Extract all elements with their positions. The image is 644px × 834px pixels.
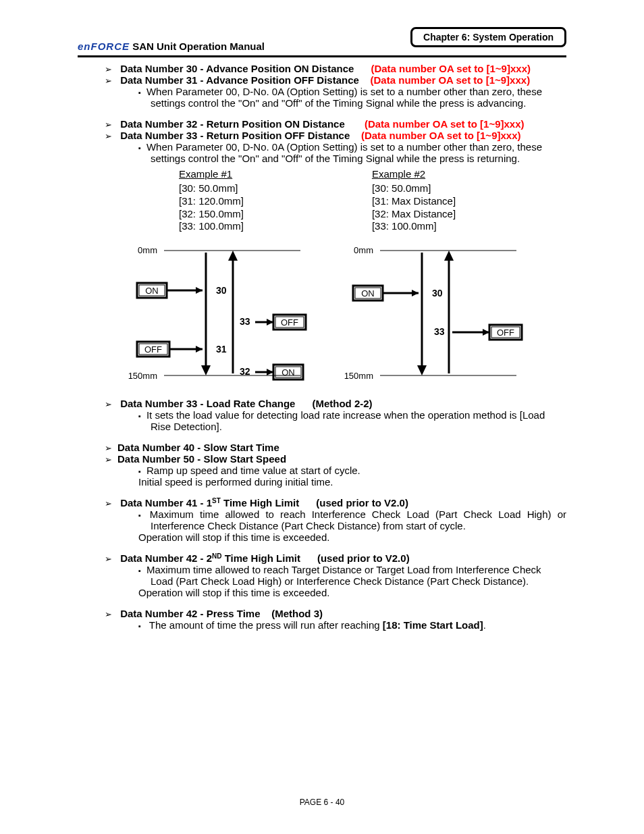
examples: Example #1 [30: 50.0mm] [31: 120.0mm] [3… <box>179 168 566 233</box>
item-d33: Data Number 33 - Return Position OFF Dis… <box>105 130 566 141</box>
page-footer: PAGE 6 - 40 <box>0 798 644 807</box>
timing-diagrams: 0mm 150mm ON 30 <box>78 244 564 392</box>
d1-30: 30 <box>216 285 227 296</box>
d32-note: When Parameter 00, D-No. 0A (Option Sett… <box>138 141 566 164</box>
e1-v1: [30: 50.0mm] <box>179 182 244 195</box>
d42-c: (used prior to V2.0) <box>317 552 410 564</box>
d1-on1: ON <box>145 286 159 296</box>
d4050-note1: Ramp up speed and time value at start of… <box>138 465 566 476</box>
d33-red: (Data number OA set to [1~9]xxx) <box>361 130 521 141</box>
d4050-note2: Initial speed is performed during initia… <box>138 476 566 488</box>
d42-a: Data Number 42 - 2 <box>120 552 212 564</box>
page-header: Chapter 6: System Operation enFORCE SAN … <box>78 27 566 54</box>
d42p-n2: [18: Time Start Load] <box>383 619 483 631</box>
d42-note2: Operation will stop if this time is exce… <box>138 587 566 598</box>
item-d40: Data Number 40 - Slow Start Time <box>105 442 566 453</box>
svg-marker-3 <box>201 365 211 375</box>
item-d33b: Data Number 33 - Load Rate Change (Metho… <box>105 398 566 409</box>
d50-label: Data Number 50 - Slow Start Speed <box>117 453 286 465</box>
d41-b: Time High Limit <box>221 497 299 509</box>
d42p-method: (Method 3) <box>271 608 323 619</box>
d30-red: (Data number OA set to [1~9]xxx) <box>371 63 531 74</box>
e2-v2: [31: Max Distance] <box>372 195 456 208</box>
d42p-n1: The amount of time the press will run af… <box>149 619 383 631</box>
e2-v4: [33: 100.0mm] <box>372 220 456 233</box>
item-d42p: Data Number 42 - Press Time (Method 3) <box>105 608 566 619</box>
d32-label: Data Number 32 - Return Position ON Dist… <box>120 118 345 130</box>
d33-label: Data Number 33 - Return Position OFF Dis… <box>120 130 350 141</box>
d1-bottom: 150mm <box>128 371 157 381</box>
d42-b: Time High Limit <box>222 552 300 564</box>
e2-v1: [30: 50.0mm] <box>372 182 456 195</box>
d42p-label: Data Number 42 - Press Time <box>120 608 260 619</box>
svg-marker-9 <box>196 287 203 294</box>
example-1-title: Example #1 <box>179 168 244 180</box>
example-2: Example #2 [30: 50.0mm] [31: Max Distanc… <box>372 168 456 233</box>
d1-32: 32 <box>240 366 250 377</box>
svg-marker-31 <box>412 290 419 296</box>
d1-top: 0mm <box>138 245 157 255</box>
item-d42: Data Number 42 - 2ND Time High Limit (us… <box>105 552 566 564</box>
item-d31: Data Number 31 - Advance Position OFF Di… <box>105 74 566 86</box>
svg-marker-13 <box>196 346 203 353</box>
example-2-title: Example #2 <box>372 168 456 180</box>
svg-marker-25 <box>417 365 427 375</box>
d41-c: (used prior to V2.0) <box>316 497 408 509</box>
logo: enFORCE <box>78 41 130 52</box>
d1-off1: OFF <box>144 344 162 355</box>
chapter-box: Chapter 6: System Operation <box>410 27 566 47</box>
d42p-n3: . <box>483 619 486 631</box>
d40-label: Data Number 40 - Slow Start Time <box>117 442 279 453</box>
d2-off: OFF <box>497 328 514 338</box>
d2-bottom: 150mm <box>344 371 373 381</box>
d42p-note: The amount of time the press will run af… <box>138 619 566 631</box>
d31-red: (Data number OA set to [1~9]xxx) <box>371 74 531 86</box>
d31-label: Data Number 31 - Advance Position OFF Di… <box>120 74 359 86</box>
e1-v2: [31: 120.0mm] <box>179 195 244 208</box>
example-1: Example #1 [30: 50.0mm] [31: 120.0mm] [3… <box>179 168 244 233</box>
e1-v4: [33: 100.0mm] <box>179 220 244 233</box>
d2-on: ON <box>361 288 375 298</box>
e1-v3: [32: 150.0mm] <box>179 208 244 221</box>
d2-30: 30 <box>432 288 443 298</box>
d41-note2: Operation will stop if this time is exce… <box>138 531 566 543</box>
d32-red: (Data number OA set to [1~9]xxx) <box>365 118 525 130</box>
svg-marker-27 <box>444 251 454 261</box>
d1-33: 33 <box>240 316 250 327</box>
d33b-method: (Method 2-2) <box>312 398 372 409</box>
content: Data Number 30 - Advance Position ON Dis… <box>78 63 566 631</box>
d2-top: 0mm <box>354 245 373 255</box>
d1-off2: OFF <box>281 317 298 328</box>
d41-a: Data Number 41 - 1 <box>120 497 212 509</box>
d30-note: When Parameter 00, D-No. 0A (Option Sett… <box>138 86 566 109</box>
d42-note1: Maximum time allowed to reach Target Dis… <box>138 564 566 587</box>
e2-v3: [32: Max Distance] <box>372 208 456 221</box>
svg-marker-5 <box>228 251 238 261</box>
d1-on2: ON <box>281 367 295 377</box>
title-text: SAN Unit Operation Manual <box>130 41 265 52</box>
d30-label: Data Number 30 - Advance Position ON Dis… <box>120 63 354 74</box>
item-d41: Data Number 41 - 1ST Time High Limit (us… <box>105 497 566 509</box>
d33b-label: Data Number 33 - Load Rate Change <box>120 398 295 409</box>
item-d32: Data Number 32 - Return Position ON Dist… <box>105 118 566 130</box>
item-d30: Data Number 30 - Advance Position ON Dis… <box>105 63 566 74</box>
d41-note1: Maximum time allowed to reach Interferen… <box>138 509 566 531</box>
header-divider <box>78 55 566 57</box>
manual-title: enFORCE SAN Unit Operation Manual <box>78 41 265 52</box>
d33b-note: It sets the load value for detecting loa… <box>138 409 566 432</box>
item-d50: Data Number 50 - Slow Start Speed <box>105 453 566 465</box>
d1-31: 31 <box>216 344 227 355</box>
d2-33: 33 <box>434 326 445 337</box>
